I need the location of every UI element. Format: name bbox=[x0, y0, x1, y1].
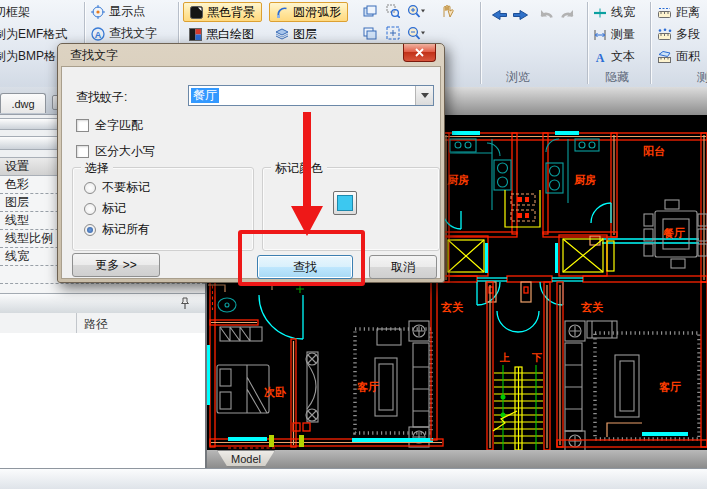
dialog-title: 查找文字 bbox=[70, 47, 118, 64]
stairs-down-label: 下 bbox=[531, 352, 542, 363]
smooth-arc-label: 圆滑弧形 bbox=[293, 4, 341, 21]
room-label-kitchen1: 厨房 bbox=[446, 174, 469, 187]
window-sill bbox=[555, 131, 579, 135]
show-point-label: 显示点 bbox=[109, 3, 145, 20]
checkbox-icon bbox=[76, 145, 89, 158]
zoom-out-icon[interactable] bbox=[406, 24, 426, 42]
radio-mark-label: 标记 bbox=[102, 200, 126, 217]
menu-item-bmp[interactable]: 制为BMP格 bbox=[0, 48, 56, 65]
match-case-label: 区分大小写 bbox=[95, 143, 155, 160]
redo-icon[interactable] bbox=[558, 5, 578, 23]
elevator-shafts bbox=[444, 235, 614, 276]
mark-color-fill bbox=[337, 195, 353, 211]
linewidth-icon bbox=[593, 7, 607, 19]
room-label-balcony: 阳台 bbox=[643, 145, 665, 158]
show-point-button[interactable]: 显示点 bbox=[91, 3, 145, 20]
measure-area-button[interactable]: 面积 bbox=[657, 48, 700, 65]
distance-ruler-icon bbox=[657, 6, 672, 19]
group-label-browse: 浏览 bbox=[506, 69, 530, 86]
measure-area-label: 面积 bbox=[676, 48, 700, 65]
zoom-in-icon[interactable] bbox=[406, 2, 426, 20]
layers-label: 图层 bbox=[293, 26, 317, 43]
zoom-window-icon[interactable] bbox=[383, 2, 403, 20]
menu-item-frame[interactable]: 切框架 bbox=[0, 4, 30, 21]
group-label-measure: 测量 bbox=[697, 69, 707, 86]
cancel-button[interactable]: 取消 bbox=[369, 255, 437, 279]
polyline-ruler-icon bbox=[657, 28, 672, 41]
annotation-highlight-box bbox=[238, 230, 365, 286]
cascade-window-icon[interactable] bbox=[360, 2, 380, 20]
walls bbox=[443, 133, 707, 282]
pan-hand-icon[interactable] bbox=[437, 2, 457, 20]
room-label-entry1: 玄关 bbox=[440, 301, 464, 314]
window-sill bbox=[452, 131, 480, 135]
layers-button[interactable]: 图层 bbox=[269, 24, 323, 44]
mark-color-group-label: 标记颜色 bbox=[271, 160, 327, 177]
radio-mark-all-label: 标记所有 bbox=[102, 221, 150, 238]
ribbon-separator bbox=[587, 2, 588, 84]
find-what-value[interactable]: 餐厅 bbox=[191, 88, 219, 103]
forward-arrow-icon[interactable] bbox=[511, 6, 531, 24]
find-text-label: 查找文字 bbox=[109, 25, 157, 42]
radio-no-mark-label: 不要标记 bbox=[102, 179, 150, 196]
radio-no-mark[interactable]: 不要标记 bbox=[84, 179, 150, 196]
black-background-label: 黑色背景 bbox=[207, 4, 255, 21]
combo-dropdown-button[interactable] bbox=[415, 86, 433, 105]
model-tab[interactable]: Model bbox=[217, 450, 275, 467]
hide-text-button[interactable]: A 文本 bbox=[593, 48, 635, 65]
dialog-close-button[interactable] bbox=[403, 44, 436, 62]
svg-text:A: A bbox=[596, 51, 605, 64]
zoom-extents-icon[interactable] bbox=[383, 24, 403, 42]
show-point-icon bbox=[91, 5, 105, 19]
hide-measure-button[interactable]: 测量 bbox=[593, 26, 635, 43]
hide-linewidth-button[interactable]: 线宽 bbox=[593, 4, 635, 21]
menu-item-emf[interactable]: 制为EMF格式 bbox=[0, 26, 67, 43]
undo-icon[interactable] bbox=[535, 5, 555, 23]
measure-icon bbox=[593, 29, 607, 41]
measure-polyline-label: 多段 bbox=[676, 26, 700, 43]
area-ruler-icon bbox=[657, 50, 672, 63]
back-arrow-icon[interactable] bbox=[489, 6, 509, 24]
measure-distance-label: 距离 bbox=[676, 4, 700, 21]
document-tab-dwg[interactable]: .dwg bbox=[0, 93, 46, 113]
text-icon: A bbox=[593, 50, 607, 63]
pin-icon[interactable] bbox=[179, 297, 191, 310]
measure-polyline-button[interactable]: 多段 bbox=[657, 26, 700, 43]
path-pane-header bbox=[0, 293, 205, 314]
group-label-hide: 隐藏 bbox=[605, 69, 629, 86]
room-label-bedroom: 次卧 bbox=[264, 386, 287, 399]
black-background-toggle[interactable]: 黑色背景 bbox=[183, 2, 262, 22]
more-button[interactable]: 更多 >> bbox=[72, 253, 160, 277]
whole-word-checkbox[interactable]: 全字匹配 bbox=[76, 117, 143, 134]
mark-color-swatch-button[interactable] bbox=[333, 191, 357, 215]
radio-mark-all[interactable]: 标记所有 bbox=[84, 221, 150, 238]
whole-word-label: 全字匹配 bbox=[95, 117, 143, 134]
ribbon-separator bbox=[480, 2, 481, 84]
path-list-empty bbox=[0, 333, 205, 468]
layers-icon bbox=[275, 28, 289, 41]
radio-mark[interactable]: 标记 bbox=[84, 200, 126, 217]
bw-drawing-icon bbox=[189, 28, 202, 41]
smooth-arc-icon bbox=[276, 6, 289, 19]
find-what-combobox[interactable]: 餐厅 bbox=[188, 85, 434, 106]
close-icon bbox=[415, 48, 424, 57]
app-window: 切框架 制为EMF格式 制为BMP格 显示点 A 查找文字 黑色背景 bbox=[0, 0, 707, 489]
hide-text-label: 文本 bbox=[611, 48, 635, 65]
find-text-button[interactable]: A 查找文字 bbox=[91, 25, 157, 42]
radio-icon bbox=[84, 182, 96, 194]
measure-distance-button[interactable]: 距离 bbox=[657, 4, 700, 21]
annotation-arrow-shaft bbox=[303, 112, 311, 208]
match-case-checkbox[interactable]: 区分大小写 bbox=[76, 143, 155, 160]
radio-selected-icon bbox=[84, 224, 96, 236]
select-group-label: 选择 bbox=[81, 160, 113, 177]
column-divider bbox=[76, 313, 77, 333]
room-label-living1: 客厅 bbox=[356, 381, 379, 394]
tile-window-icon[interactable] bbox=[360, 24, 380, 42]
room-label-living2: 客厅 bbox=[658, 381, 681, 394]
checkbox-icon bbox=[76, 119, 89, 132]
hide-measure-label: 测量 bbox=[611, 26, 635, 43]
smooth-arc-toggle[interactable]: 圆滑弧形 bbox=[269, 2, 348, 22]
status-bar bbox=[0, 468, 707, 489]
path-column-label: 路径 bbox=[84, 316, 108, 333]
bw-drawing-button[interactable]: 黑白绘图 bbox=[183, 24, 260, 44]
